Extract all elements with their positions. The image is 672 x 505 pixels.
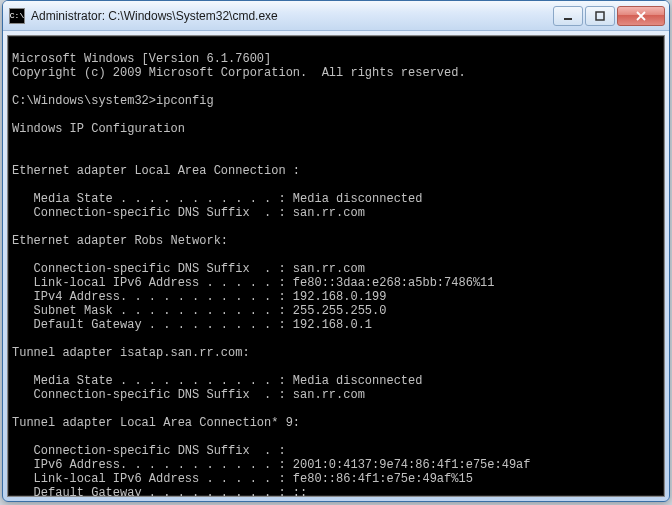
console-line: Default Gateway . . . . . . . . . : 192.… (12, 318, 372, 332)
console-blank (12, 178, 19, 192)
cmd-icon-label: C:\ (10, 12, 24, 20)
console-area[interactable]: Microsoft Windows [Version 6.1.7600] Cop… (7, 35, 665, 497)
maximize-button[interactable] (585, 6, 615, 26)
console-line: IPv6 Address. . . . . . . . . . . : 2001… (12, 458, 530, 472)
console-line: Link-local IPv6 Address . . . . . : fe80… (12, 472, 473, 486)
console-line: Default Gateway . . . . . . . . . : :: (12, 486, 307, 497)
titlebar[interactable]: C:\ Administrator: C:\Windows\System32\c… (3, 1, 669, 31)
console-blank (12, 360, 19, 374)
close-icon (635, 11, 647, 21)
console-line: Connection-specific DNS Suffix . : san.r… (12, 206, 365, 220)
console-line: Subnet Mask . . . . . . . . . . . : 255.… (12, 304, 386, 318)
minimize-icon (562, 11, 574, 21)
console-prompt: C:\Windows\system32>ipconfig (12, 94, 214, 108)
close-button[interactable] (617, 6, 665, 26)
console-blank (12, 80, 19, 94)
window-title: Administrator: C:\Windows\System32\cmd.e… (31, 9, 553, 23)
cmd-window: C:\ Administrator: C:\Windows\System32\c… (2, 0, 670, 502)
prompt-command: ipconfig (156, 94, 214, 108)
console-line: Copyright (c) 2009 Microsoft Corporation… (12, 66, 466, 80)
console-blank (12, 136, 19, 150)
svg-rect-0 (564, 18, 572, 20)
console-line: Media State . . . . . . . . . . . : Medi… (12, 192, 422, 206)
adapter-title: Tunnel adapter isatap.san.rr.com: (12, 346, 250, 360)
adapter-title: Ethernet adapter Robs Network: (12, 234, 228, 248)
console-line: Link-local IPv6 Address . . . . . : fe80… (12, 276, 494, 290)
console-blank (12, 430, 19, 444)
console-line: Media State . . . . . . . . . . . : Medi… (12, 374, 422, 388)
minimize-button[interactable] (553, 6, 583, 26)
console-line: IPv4 Address. . . . . . . . . . . : 192.… (12, 290, 386, 304)
console-blank (12, 332, 19, 346)
console-line: Microsoft Windows [Version 6.1.7600] (12, 52, 271, 66)
console-blank (12, 108, 19, 122)
adapter-title: Ethernet adapter Local Area Connection : (12, 164, 300, 178)
console-blank (12, 248, 19, 262)
prompt-path: C:\Windows\system32> (12, 94, 156, 108)
console-blank (12, 220, 19, 234)
adapter-title: Tunnel adapter Local Area Connection* 9: (12, 416, 300, 430)
console-line: Connection-specific DNS Suffix . : san.r… (12, 262, 365, 276)
cmd-icon: C:\ (9, 8, 25, 24)
console-blank (12, 402, 19, 416)
window-buttons (553, 6, 665, 26)
console-blank (12, 150, 19, 164)
svg-rect-1 (596, 12, 604, 20)
console-line: Connection-specific DNS Suffix . : san.r… (12, 388, 365, 402)
console-line: Connection-specific DNS Suffix . : (12, 444, 286, 458)
console-line: Windows IP Configuration (12, 122, 185, 136)
maximize-icon (594, 11, 606, 21)
